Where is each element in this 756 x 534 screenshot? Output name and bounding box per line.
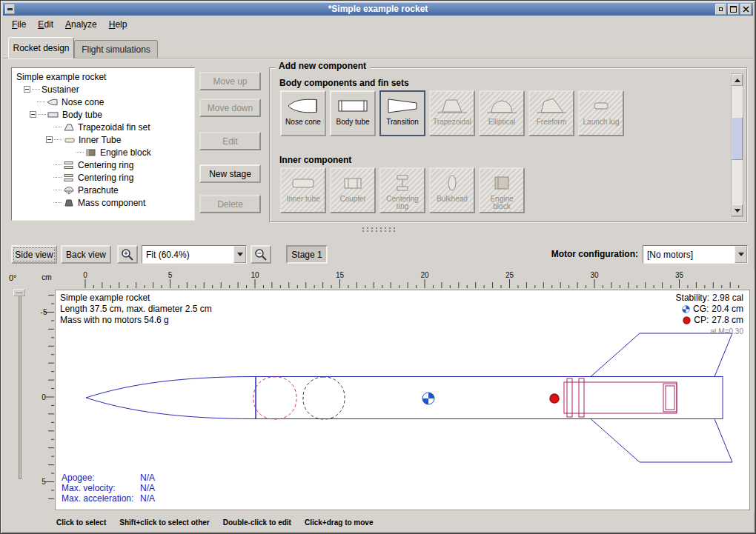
centering-ring-icon <box>63 161 75 170</box>
zoom-out-button[interactable] <box>251 245 271 264</box>
back-view-button[interactable]: Back view <box>61 245 111 264</box>
apogee-label: Apogee: <box>62 473 140 483</box>
tree-item-inner-tube[interactable]: Inner Tube <box>13 133 193 146</box>
tree-item-parachute[interactable]: Parachute <box>13 184 193 196</box>
tree-item-centering-ring-1[interactable]: Centering ring <box>13 158 193 171</box>
nose-cone-icon <box>47 98 59 107</box>
cp-value: 27.8 cm <box>712 315 743 326</box>
max-acceleration-value: N/A <box>140 493 155 504</box>
zoom-level-value: Fit (60.4%) <box>142 250 233 260</box>
body-components-label: Body components and fin sets <box>279 78 409 88</box>
zoom-in-button[interactable] <box>117 245 138 264</box>
add-launch-lug-button[interactable]: Launch lug <box>578 90 624 136</box>
add-transition-button[interactable]: Transition <box>379 90 425 136</box>
edit-button[interactable]: Edit <box>199 132 261 150</box>
body-tube-icon <box>336 95 369 117</box>
menu-analyze[interactable]: Analyze <box>59 17 103 32</box>
parachute-outline <box>253 377 296 419</box>
menu-help[interactable]: Help <box>103 17 133 32</box>
add-coupler-button[interactable]: Coupler <box>330 167 376 213</box>
coupler-icon <box>336 172 369 194</box>
add-component-title: Add new component <box>275 61 370 71</box>
centering-ring-icon <box>63 173 75 182</box>
rocket-mass: Mass with no motors 54.6 g <box>60 315 212 326</box>
stability-info: Stability: 2.98 cal CG: 20.4 cm CP: 27.8… <box>676 293 743 337</box>
splitter-handle[interactable] <box>361 227 397 233</box>
hint-click-select: Click to select <box>56 518 106 527</box>
max-acceleration-label: Max. acceleration: <box>62 493 140 504</box>
minimize-button[interactable] <box>715 4 726 15</box>
motor-configuration-select[interactable]: [No motors] <box>643 245 748 264</box>
tree-item-sustainer[interactable]: Sustainer <box>13 83 193 96</box>
rocket-drawing-canvas[interactable]: Simple example rocket Length 37.5 cm, ma… <box>55 290 750 510</box>
rotation-slider-track[interactable] <box>19 293 21 479</box>
tree-item-fin-set[interactable]: Trapezoidal fin set <box>13 121 193 133</box>
add-elliptical-fin-button[interactable]: Elliptical <box>479 90 525 136</box>
title-bar[interactable]: *Simple example rocket <box>3 3 753 16</box>
add-bulkhead-button[interactable]: Bulkhead <box>429 167 475 213</box>
centering-ring-icon <box>386 172 419 194</box>
window-menu-icon[interactable] <box>5 4 15 14</box>
rotation-slider-handle[interactable] <box>13 289 25 296</box>
tab-flight-simulations[interactable]: Flight simulations <box>74 40 158 59</box>
add-centering-ring-button[interactable]: Centering ring <box>379 167 425 213</box>
maximize-button[interactable] <box>728 4 739 15</box>
stage-1-toggle[interactable]: Stage 1 <box>286 245 328 264</box>
svg-text:35: 35 <box>675 271 684 279</box>
add-body-tube-button[interactable]: Body tube <box>330 90 376 136</box>
rocket-dimensions: Length 37.5 cm, max. diameter 2.5 cm <box>60 304 212 315</box>
body-tube-icon <box>47 110 59 119</box>
add-inner-tube-button[interactable]: Inner tube <box>280 167 326 213</box>
add-engine-block-button[interactable]: Engine block <box>479 167 525 213</box>
add-trapezoidal-fin-button[interactable]: Trapezoidal <box>429 90 475 136</box>
add-nose-cone-button[interactable]: Nose cone <box>280 90 326 136</box>
close-icon <box>743 6 749 13</box>
move-up-button[interactable]: Move up <box>199 72 261 90</box>
tree-item-label: Nose cone <box>62 97 104 107</box>
transition-icon <box>386 95 419 117</box>
collapse-expander-icon[interactable] <box>30 111 36 118</box>
mass-component-outline <box>303 377 345 419</box>
close-button[interactable] <box>740 4 752 15</box>
tree-item-label: Centering ring <box>78 160 133 170</box>
tree-item-body-tube[interactable]: Body tube <box>13 108 193 121</box>
tab-rocket-design[interactable]: Rocket design <box>8 37 74 59</box>
maximize-icon <box>730 6 737 13</box>
collapse-expander-icon[interactable] <box>46 136 53 143</box>
side-view-button[interactable]: Side view <box>11 245 57 264</box>
tree-item-label: Sustainer <box>42 84 79 95</box>
tree-item-label: Centering ring <box>78 173 133 183</box>
tree-item-rocket[interactable]: Simple example rocket <box>13 70 193 83</box>
max-velocity-label: Max. velocity: <box>62 483 140 493</box>
tree-item-nose-cone[interactable]: Nose cone <box>13 96 193 108</box>
cg-label: CG: <box>693 304 709 315</box>
scroll-up-button[interactable] <box>732 74 743 86</box>
scroll-down-button[interactable] <box>732 204 743 216</box>
delete-button[interactable]: Delete <box>199 195 261 213</box>
tree-item-engine-block[interactable]: Engine block <box>13 146 193 158</box>
component-panel-scrollbar[interactable] <box>731 73 743 217</box>
move-down-button[interactable]: Move down <box>199 99 261 117</box>
zoom-level-select[interactable]: Fit (60.4%) <box>142 245 247 264</box>
max-velocity-value: N/A <box>140 483 155 493</box>
app-window: *Simple example rocket File Edit Analyze… <box>0 0 756 534</box>
component-tree[interactable]: Simple example rocket Sustainer Nose con… <box>11 67 195 221</box>
scrollbar-thumb[interactable] <box>732 117 743 160</box>
arrow-up-icon <box>735 79 740 82</box>
add-freeform-fin-button[interactable]: Freeform <box>528 90 574 136</box>
collapse-expander-icon[interactable] <box>24 86 30 93</box>
dropdown-button[interactable] <box>233 246 246 263</box>
svg-text:10: 10 <box>251 271 259 279</box>
parachute-icon <box>63 186 75 195</box>
rocket-view-panel: 0° cm 05101520253035 -505 <box>3 270 755 512</box>
ruler-unit-label: cm <box>39 273 55 288</box>
new-stage-button[interactable]: New stage <box>199 164 261 183</box>
add-component-panel: Body components and fin sets Nose cone B… <box>269 67 748 223</box>
dropdown-button[interactable] <box>735 246 747 263</box>
tree-item-centering-ring-2[interactable]: Centering ring <box>13 171 193 184</box>
menu-edit[interactable]: Edit <box>32 17 59 32</box>
menu-file[interactable]: File <box>6 17 32 32</box>
chevron-down-icon <box>237 253 243 256</box>
stability-label: Stability: <box>676 293 709 304</box>
tree-item-mass-component[interactable]: Mass component <box>13 196 193 209</box>
